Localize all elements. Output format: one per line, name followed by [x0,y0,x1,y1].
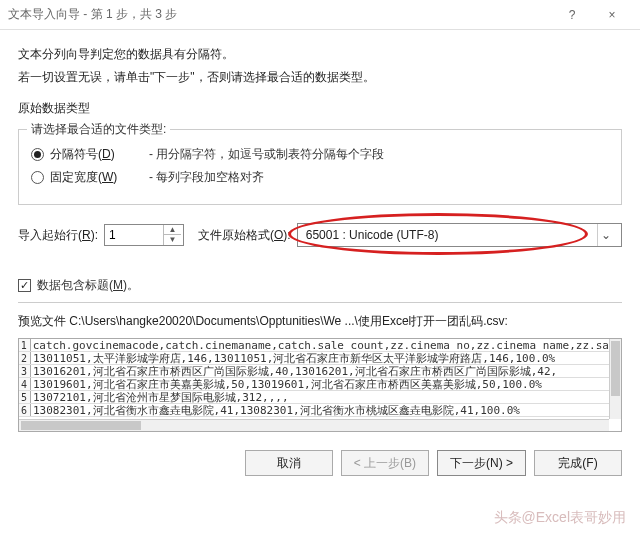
preview-line: 213011051,太平洋影城学府店,146,13011051,河北省石家庄市新… [19,352,609,365]
vertical-scrollbar[interactable] [609,339,621,419]
start-row-input[interactable] [105,225,163,245]
radio-fixed-width[interactable] [31,171,44,184]
horizontal-scrollbar[interactable] [19,419,609,431]
line-number: 5 [19,391,31,403]
dialog-content: 文本分列向导判定您的数据具有分隔符。 若一切设置无误，请单击"下一步"，否则请选… [0,30,640,482]
preview-line: 613082301,河北省衡水市鑫垚电影院,41,13082301,河北省衡水市… [19,404,609,417]
line-text: catch.govcinemacode,catch.cinemaname,cat… [31,339,609,351]
preview-line: 513072101,河北省沧州市星梦国际电影城,312,,,, [19,391,609,404]
intro-line-2: 若一切设置无误，请单击"下一步"，否则请选择最合适的数据类型。 [18,69,622,86]
file-type-group: 请选择最合适的文件类型: 分隔符号(D) - 用分隔字符，如逗号或制表符分隔每个… [18,129,622,205]
radio-fixed-label: 固定宽度(W) [50,169,117,186]
divider [18,302,622,303]
cancel-button[interactable]: 取消 [245,450,333,476]
preview-line: 1catch.govcinemacode,catch.cinemaname,ca… [19,339,609,352]
line-number: 6 [19,404,31,416]
line-text: 13016201,河北省石家庄市桥西区广尚国际影城,40,13016201,河北… [31,365,557,377]
preview-box: 1catch.govcinemacode,catch.cinemaname,ca… [18,338,622,432]
preview-lines: 1catch.govcinemacode,catch.cinemaname,ca… [19,339,609,419]
preview-line: 313016201,河北省石家庄市桥西区广尚国际影城,40,13016201,河… [19,365,609,378]
radio-fixed-desc: - 每列字段加空格对齐 [149,169,264,186]
line-text: 13082301,河北省衡水市鑫垚电影院,41,13082301,河北省衡水市桃… [31,404,520,416]
line-number: 2 [19,352,31,364]
line-number: 3 [19,365,31,377]
preview-label: 预览文件 C:\Users\hangke20020\Documents\Oppt… [18,313,622,330]
watermark: 头条@Excel表哥妙用 [494,509,626,527]
button-row: 取消 < 上一步(B) 下一步(N) > 完成(F) [18,450,622,476]
spinner-down-icon[interactable]: ▼ [164,235,181,245]
line-text: 13072101,河北省沧州市星梦国际电影城,312,,,, [31,391,289,403]
has-headers-checkbox[interactable] [18,279,31,292]
encoding-wrap: 文件原始格式(O): 65001 : Unicode (UTF-8) ⌄ [198,223,622,247]
import-origin-row: 导入起始行(R): ▲ ▼ 文件原始格式(O): 65001 : Unicode… [18,223,622,247]
scroll-thumb[interactable] [21,421,141,430]
help-button[interactable]: ? [552,0,592,30]
radio-delimited-desc: - 用分隔字符，如逗号或制表符分隔每个字段 [149,146,384,163]
radio-delimited-label: 分隔符号(D) [50,146,115,163]
back-button: < 上一步(B) [341,450,429,476]
radio-fixed-row[interactable]: 固定宽度(W) - 每列字段加空格对齐 [31,169,609,186]
encoding-value: 65001 : Unicode (UTF-8) [306,228,597,242]
line-number: 1 [19,339,31,351]
intro-text: 文本分列向导判定您的数据具有分隔符。 若一切设置无误，请单击"下一步"，否则请选… [18,46,622,86]
file-type-legend: 请选择最合适的文件类型: [27,121,170,138]
line-text: 13011051,太平洋影城学府店,146,13011051,河北省石家庄市新华… [31,352,555,364]
start-row-label: 导入起始行(R): [18,227,98,244]
scroll-thumb[interactable] [611,341,620,396]
close-button[interactable]: × [592,0,632,30]
original-data-type-heading: 原始数据类型 [18,100,622,117]
preview-line: 413019601,河北省石家庄市美嘉美影城,50,13019601,河北省石家… [19,378,609,391]
title-bar: 文本导入向导 - 第 1 步，共 3 步 ? × [0,0,640,30]
finish-button[interactable]: 完成(F) [534,450,622,476]
line-number: 4 [19,378,31,390]
next-button[interactable]: 下一步(N) > [437,450,526,476]
chevron-down-icon[interactable]: ⌄ [597,224,613,246]
radio-delimited[interactable] [31,148,44,161]
encoding-select[interactable]: 65001 : Unicode (UTF-8) ⌄ [297,223,622,247]
line-text: 13019601,河北省石家庄市美嘉美影城,50,13019601,河北省石家庄… [31,378,542,390]
window-title: 文本导入向导 - 第 1 步，共 3 步 [8,6,552,23]
encoding-label: 文件原始格式(O): [198,227,291,244]
has-headers-label: 数据包含标题(M)。 [37,277,139,294]
start-row-spinner[interactable]: ▲ ▼ [104,224,184,246]
spinner-up-icon[interactable]: ▲ [164,225,181,235]
radio-delimited-row[interactable]: 分隔符号(D) - 用分隔字符，如逗号或制表符分隔每个字段 [31,146,609,163]
has-headers-row[interactable]: 数据包含标题(M)。 [18,277,622,294]
intro-line-1: 文本分列向导判定您的数据具有分隔符。 [18,46,622,63]
